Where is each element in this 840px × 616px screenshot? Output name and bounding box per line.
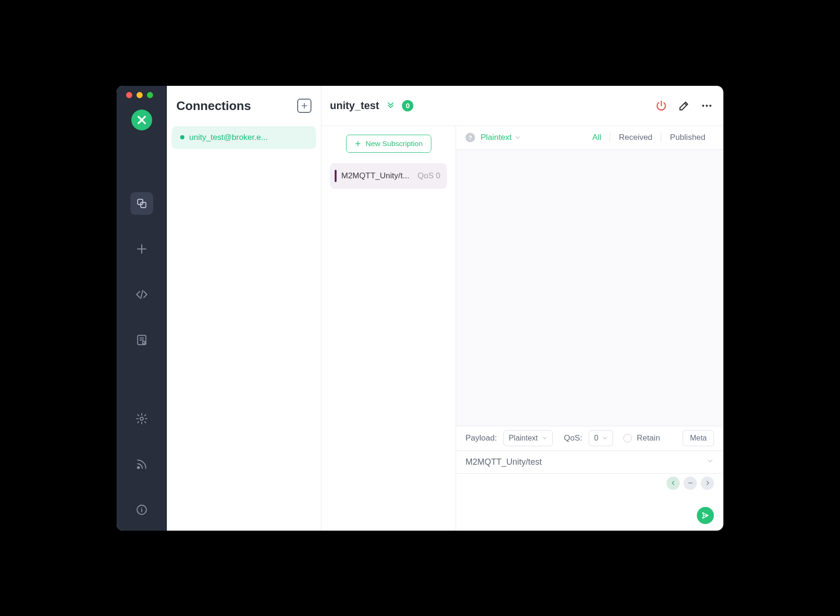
history-minus-button[interactable]: [684, 477, 697, 490]
nav-scripts[interactable]: [130, 283, 153, 306]
message-count-badge: 0: [402, 100, 413, 111]
tab-published[interactable]: Published: [661, 133, 714, 142]
subscription-item[interactable]: M2MQTT_Unity/t... QoS 0: [330, 163, 447, 189]
retain-label: Retain: [637, 433, 660, 443]
messages-area: [456, 150, 723, 426]
connections-panel: Connections unity_test@broker.e...: [167, 86, 321, 531]
new-subscription-button[interactable]: New Subscription: [346, 135, 431, 153]
svg-point-3: [143, 341, 145, 343]
retain-radio[interactable]: [623, 434, 632, 442]
svg-point-7: [702, 104, 704, 106]
chevron-down-icon: [514, 134, 521, 141]
edit-button[interactable]: [677, 99, 691, 113]
subscription-topic: M2MQTT_Unity/t...: [341, 171, 413, 181]
window-titlebar: [117, 86, 153, 105]
app-logo: [131, 110, 152, 130]
active-connection-title: unity_test: [330, 100, 379, 112]
history-next-button[interactable]: [701, 477, 714, 490]
nav-connections[interactable]: [130, 192, 153, 215]
nav-log[interactable]: [130, 329, 153, 351]
messages-panel: ? Plaintext All Received Published: [456, 126, 723, 531]
tab-all[interactable]: All: [584, 133, 610, 142]
nav-new[interactable]: [130, 238, 153, 260]
send-button[interactable]: [697, 507, 714, 524]
new-connection-button[interactable]: [297, 99, 311, 113]
svg-rect-1: [141, 202, 146, 207]
message-format-label: Plaintext: [481, 133, 511, 142]
disconnect-button[interactable]: [654, 99, 668, 113]
nav-settings[interactable]: [130, 407, 153, 430]
tab-received[interactable]: Received: [610, 133, 661, 142]
connection-name: unity_test@broker.e...: [189, 133, 268, 142]
chevron-down-icon[interactable]: [706, 457, 714, 467]
new-subscription-label: New Subscription: [365, 139, 423, 148]
window-minimize-button[interactable]: [137, 92, 143, 98]
nav-info[interactable]: [130, 498, 153, 521]
more-menu-button[interactable]: [700, 99, 714, 113]
collapse-icon[interactable]: [386, 100, 395, 111]
nav-rail: [117, 86, 167, 531]
qos-value: 0: [594, 434, 598, 442]
subscriptions-panel: New Subscription M2MQTT_Unity/t... QoS 0: [321, 126, 456, 531]
history-prev-button[interactable]: [667, 477, 680, 490]
svg-rect-0: [137, 199, 143, 204]
subscription-color-bar-icon: [335, 170, 337, 182]
meta-button[interactable]: Meta: [683, 430, 714, 446]
payload-format-value: Plaintext: [509, 434, 538, 442]
connection-item[interactable]: unity_test@broker.e...: [172, 126, 316, 149]
payload-format-select[interactable]: Plaintext: [503, 430, 552, 446]
svg-point-8: [706, 104, 708, 106]
publish-panel: Payload: Plaintext QoS: 0: [456, 426, 723, 531]
svg-point-9: [709, 104, 711, 106]
window-close-button[interactable]: [126, 92, 132, 98]
subscription-qos: QoS 0: [418, 171, 440, 181]
message-format-dropdown[interactable]: Plaintext: [481, 133, 521, 142]
nav-feed[interactable]: [130, 453, 153, 476]
publish-topic-input[interactable]: M2MQTT_Unity/test: [466, 457, 701, 467]
payload-label: Payload:: [466, 433, 497, 443]
qos-label: QoS:: [564, 433, 583, 443]
connections-title: Connections: [176, 99, 251, 113]
window-maximize-button[interactable]: [147, 92, 153, 98]
chevron-down-icon: [542, 435, 548, 441]
help-icon[interactable]: ?: [466, 133, 475, 142]
chevron-down-icon: [602, 435, 608, 441]
svg-point-4: [140, 417, 144, 420]
svg-point-5: [137, 467, 139, 469]
qos-select[interactable]: 0: [589, 430, 613, 446]
connection-status-dot-icon: [180, 135, 184, 139]
